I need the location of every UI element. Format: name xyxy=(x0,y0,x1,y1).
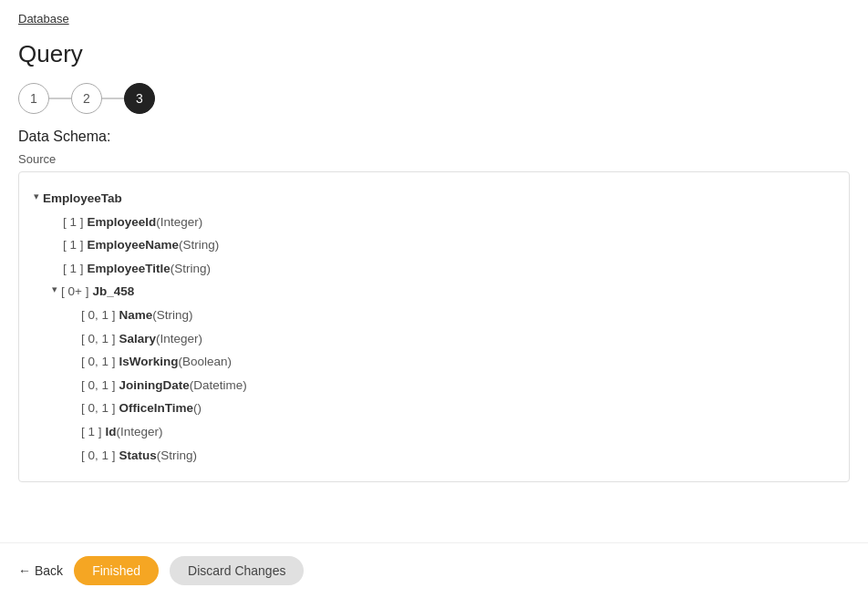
chevron-icon[interactable]: ▾ xyxy=(34,189,39,205)
field-multiplicity: [ 1 ] xyxy=(81,422,102,442)
step-2[interactable]: 2 xyxy=(71,83,102,114)
field-type: (Integer) xyxy=(156,329,202,349)
field-multiplicity: [ 0, 1 ] xyxy=(81,446,116,466)
tree-node: [ 0, 1 ] Name (String) xyxy=(34,304,834,327)
field-multiplicity: [ 0, 1 ] xyxy=(81,305,116,325)
field-type: (String) xyxy=(152,305,192,325)
field-name: Status xyxy=(119,446,157,466)
tree-node: [ 1 ] EmployeeName (String) xyxy=(34,233,834,257)
field-name: EmployeeTab xyxy=(43,189,122,209)
field-multiplicity: [ 1 ] xyxy=(63,235,84,255)
source-label: Source xyxy=(0,152,868,171)
tree-node: [ 0, 1 ] JoiningDate (Datetime) xyxy=(34,374,834,397)
tree-node: ▾EmployeeTab xyxy=(34,187,834,211)
field-type: (Datetime) xyxy=(190,376,247,396)
field-name: JoiningDate xyxy=(119,376,190,396)
field-name: Name xyxy=(119,305,153,325)
breadcrumb-link[interactable]: Database xyxy=(18,12,69,26)
field-multiplicity: [ 0, 1 ] xyxy=(81,329,116,349)
field-multiplicity: [ 1 ] xyxy=(63,259,84,279)
chevron-icon[interactable]: ▾ xyxy=(52,282,57,298)
field-name: IsWorking xyxy=(119,352,179,372)
field-multiplicity: [ 0, 1 ] xyxy=(81,398,116,418)
tree-node: [ 1 ] EmployeeTitle (String) xyxy=(34,257,834,281)
stepper: 1 2 3 xyxy=(0,68,868,129)
step-connector-2 xyxy=(102,98,124,99)
step-connector-1 xyxy=(49,98,71,99)
field-multiplicity: [ 0, 1 ] xyxy=(81,352,116,372)
field-name: OfficeInTime xyxy=(119,398,194,418)
field-name: Id xyxy=(106,422,117,442)
field-name: EmployeeTitle xyxy=(88,259,170,279)
breadcrumb: Database xyxy=(0,0,868,26)
field-multiplicity: [ 1 ] xyxy=(63,212,84,232)
field-name: Salary xyxy=(119,329,157,349)
field-multiplicity: [ 0+ ] xyxy=(61,282,88,302)
back-label: Back xyxy=(35,563,63,578)
finished-button[interactable]: Finished xyxy=(74,556,159,585)
field-type: (String) xyxy=(170,259,211,279)
step-3[interactable]: 3 xyxy=(124,83,155,114)
field-type: (Integer) xyxy=(156,212,202,232)
back-button[interactable]: ← Back xyxy=(18,563,63,578)
tree-node: [ 0, 1 ] OfficeInTime () xyxy=(34,397,834,420)
tree-node: [ 0, 1 ] IsWorking (Boolean) xyxy=(34,350,834,374)
field-type: (String) xyxy=(179,235,219,255)
field-name: Jb_458 xyxy=(92,282,134,302)
tree-node: ▾[ 0+ ] Jb_458 xyxy=(34,280,834,304)
tree-node: [ 1 ] EmployeeId (Integer) xyxy=(34,211,834,234)
discard-button[interactable]: Discard Changes xyxy=(170,556,304,585)
field-multiplicity: [ 0, 1 ] xyxy=(81,376,116,396)
back-arrow-icon: ← xyxy=(18,563,31,578)
schema-section-label: Data Schema: xyxy=(0,129,868,152)
field-name: EmployeeName xyxy=(88,235,180,255)
field-type: (Integer) xyxy=(117,422,163,442)
schema-container: ▾EmployeeTab[ 1 ] EmployeeId (Integer)[ … xyxy=(18,171,850,482)
tree-node: [ 0, 1 ] Salary (Integer) xyxy=(34,327,834,351)
footer: ← Back Finished Discard Changes xyxy=(0,542,868,598)
field-name: EmployeeId xyxy=(88,212,157,232)
tree-node: [ 1 ] Id (Integer) xyxy=(34,420,834,444)
field-type: (Boolean) xyxy=(179,352,232,372)
field-type: (String) xyxy=(157,446,197,466)
tree-node: [ 0, 1 ] Status (String) xyxy=(34,444,834,468)
step-1[interactable]: 1 xyxy=(18,83,49,114)
field-type: () xyxy=(193,398,202,418)
page-title: Query xyxy=(0,26,868,68)
